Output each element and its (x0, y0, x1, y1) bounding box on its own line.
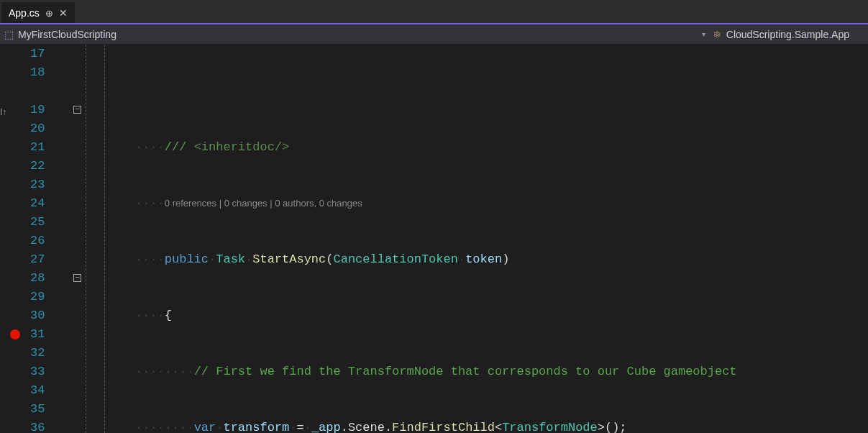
chevron-down-icon[interactable]: ▾ (702, 30, 705, 38)
code-content[interactable]: ····/// <inheritdoc/> ····0 references |… (135, 45, 868, 433)
close-icon[interactable]: ✕ (59, 7, 68, 19)
code-editor[interactable]: I↑ 17 18 19 20 21 22 23 24 25 26 27 28 2… (0, 45, 868, 433)
breadcrumb-bar: ⬚ MyFirstCloudScripting ▾ ⚛ CloudScripti… (0, 24, 868, 45)
line-numbers: 17 18 19 20 21 22 23 24 25 26 27 28 29 3… (30, 45, 72, 433)
breadcrumb-class: CloudScripting.Sample.App (726, 29, 849, 40)
namespace-icon: ⬚ (4, 29, 14, 40)
glyph-margin[interactable]: I↑ (0, 45, 30, 433)
tab-title: App.cs (9, 7, 40, 19)
file-tab[interactable]: App.cs ⊕ ✕ (1, 2, 75, 23)
breadcrumb-namespace: MyFirstCloudScripting (18, 29, 117, 40)
change-tracker-icon: I↑ (0, 101, 30, 119)
indent-guides (86, 45, 135, 433)
fold-gutter[interactable]: − − (72, 45, 86, 433)
fold-toggle[interactable]: − (73, 106, 81, 114)
breakpoint-glyph[interactable] (0, 325, 30, 344)
codelens[interactable]: 0 references | 0 changes | 0 authors, 0 … (165, 194, 362, 213)
breadcrumb-right[interactable]: ⚛ CloudScripting.Sample.App (713, 29, 864, 40)
class-icon: ⚛ (713, 29, 722, 40)
tab-bar: App.cs ⊕ ✕ (0, 0, 868, 24)
pin-icon[interactable]: ⊕ (45, 8, 53, 19)
breadcrumb-left[interactable]: ⬚ MyFirstCloudScripting (4, 29, 702, 40)
fold-toggle[interactable]: − (73, 274, 81, 282)
